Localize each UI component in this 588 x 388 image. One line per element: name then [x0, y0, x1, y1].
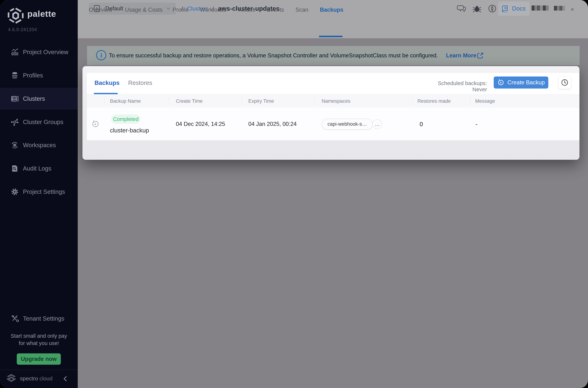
upgrade-now-button[interactable]: Upgrade now — [17, 353, 61, 365]
backups-card: Backups Restores Scheduled backups: Neve… — [83, 66, 579, 160]
column-divider — [242, 97, 242, 105]
create-backup-button[interactable]: Create Backup — [494, 76, 548, 89]
cluster-groups-icon — [11, 118, 19, 126]
column-header-expiry-time: Expiry Time — [248, 94, 274, 108]
sidebar-item-label: Cluster Groups — [23, 119, 63, 125]
more-namespaces-chip[interactable]: … — [372, 119, 382, 129]
sidebar-footer: spectro cloud — [0, 370, 78, 388]
brand-name: palette — [27, 9, 56, 19]
sidebar-item-label: Project Settings — [23, 188, 65, 195]
sidebar-item-clusters[interactable]: Clusters — [0, 88, 78, 110]
sidebar-item-profiles[interactable]: Profiles — [0, 65, 78, 86]
snapshot-info-banner: i To ensure successful backup and restor… — [87, 46, 580, 65]
user-menu-chevron-icon[interactable] — [571, 8, 574, 11]
chat-bubbles-icon — [457, 4, 466, 13]
explore-compass-button[interactable] — [486, 2, 499, 15]
app-window: Default / Clusters / aws-cluster-updates — [0, 0, 588, 388]
column-header-restores-made: Restores made — [417, 94, 451, 108]
workspaces-icon — [11, 141, 19, 149]
tab-nodes[interactable]: Nodes — [239, 7, 255, 13]
sidebar-item-workspaces[interactable]: Workspaces — [0, 134, 78, 156]
compass-icon — [488, 4, 497, 13]
feedback-chat-button[interactable] — [455, 2, 468, 15]
sidebar: palette 4.6.0-241204 Project Overview Pr… — [0, 0, 78, 388]
external-link-icon[interactable] — [476, 52, 484, 59]
tab-scan[interactable]: Scan — [295, 7, 308, 13]
sidebar-item-label: Profiles — [23, 72, 43, 79]
gear-icon — [11, 188, 19, 196]
sidebar-item-tenant-settings[interactable]: Tenant Settings — [0, 308, 78, 330]
column-divider — [104, 97, 105, 105]
wordmark-primary: spectro — [20, 375, 38, 381]
active-tab-underline — [319, 36, 343, 37]
clusters-icon — [11, 95, 19, 103]
create-time-value: 04 Dec 2024, 14:25 — [176, 121, 225, 127]
scheduled-backups-label: Scheduled backups: Never — [430, 80, 487, 93]
tab-workloads[interactable]: Workloads — [200, 7, 226, 13]
sidebar-item-cluster-groups[interactable]: Cluster Groups — [0, 111, 78, 133]
bug-icon — [472, 4, 481, 13]
sidebar-item-project-settings[interactable]: Project Settings — [0, 181, 78, 203]
expiry-time-value: 04 Jan 2025, 00:24 — [248, 121, 296, 127]
column-divider — [470, 97, 470, 105]
status-badge: Completed — [111, 114, 140, 124]
report-bug-button[interactable] — [471, 2, 483, 15]
spectro-cloud-wordmark: spectro cloud — [20, 375, 52, 382]
sidebar-item-audit-logs[interactable]: Audit Logs — [0, 158, 78, 179]
collapse-sidebar-chevron-icon[interactable] — [62, 375, 68, 383]
tab-overview[interactable]: Overview — [89, 7, 112, 13]
audit-logs-icon — [11, 164, 19, 173]
app-version: 4.6.0-241204 — [8, 27, 37, 32]
column-divider — [169, 97, 169, 105]
backup-restore-icon — [497, 79, 504, 86]
column-header-namespaces: Namespaces — [322, 94, 350, 108]
docs-label: Docs — [512, 5, 525, 12]
column-header-backup-name: Backup Name — [110, 94, 141, 108]
create-backup-label: Create Backup — [507, 79, 545, 86]
tab-usage-costs[interactable]: Usage & Costs — [125, 7, 162, 13]
clock-icon — [561, 79, 568, 86]
profiles-icon — [11, 71, 19, 80]
table-row[interactable]: Completed cluster-backup 04 Dec 2024, 14… — [87, 108, 579, 140]
restore-backup-icon[interactable] — [91, 120, 100, 128]
user-name-redacted — [532, 5, 548, 11]
backup-name: cluster-backup — [110, 127, 149, 134]
backups-table-header: Backup Name Create Time Expiry Time Name… — [87, 94, 579, 108]
docs-button[interactable]: Docs — [498, 1, 529, 16]
sidebar-item-label: Audit Logs — [23, 165, 51, 172]
wordmark-secondary: cloud — [40, 375, 53, 381]
namespace-chip[interactable]: capi-webhook-s… — [322, 119, 373, 130]
upgrade-promo-line2: for what you use! — [0, 340, 78, 346]
schedule-backup-button[interactable] — [558, 76, 571, 89]
tab-backups[interactable]: Backups — [320, 7, 343, 13]
top-bar: Default / Clusters / aws-cluster-updates — [78, 0, 588, 38]
column-divider — [412, 97, 413, 105]
sidebar-item-label: Tenant Settings — [23, 315, 65, 322]
book-icon — [502, 5, 509, 12]
learn-more-link[interactable]: Learn More — [446, 46, 476, 65]
chevron-down-icon — [165, 5, 172, 12]
project-overview-icon — [11, 48, 19, 56]
tab-profile[interactable]: Profile — [173, 7, 189, 13]
message-value: - — [475, 121, 477, 128]
banner-text: To ensure successful backup and restore … — [109, 46, 438, 65]
panel-tab-restores[interactable]: Restores — [128, 79, 152, 86]
sidebar-item-label: Clusters — [23, 95, 45, 102]
sidebar-item-project-overview[interactable]: Project Overview — [0, 41, 78, 63]
user-name-redacted — [554, 6, 565, 11]
breadcrumb: / Clusters / aws-cluster-updates — [181, 0, 280, 17]
panel-tab-backups[interactable]: Backups — [94, 79, 120, 86]
column-header-message: Message — [475, 94, 495, 108]
tab-events[interactable]: Events — [267, 7, 284, 13]
column-header-create-time: Create Time — [176, 94, 203, 108]
backups-panel: Backups Restores Scheduled backups: Neve… — [87, 73, 579, 140]
tools-icon — [11, 315, 19, 323]
restores-made-value: 0 — [420, 121, 423, 128]
palette-logo-icon — [7, 7, 24, 24]
info-icon: i — [96, 50, 106, 60]
sidebar-item-label: Project Overview — [23, 49, 68, 56]
upgrade-promo-line1: Start small and only pay — [0, 333, 78, 339]
spectro-cloud-logo-icon — [5, 374, 17, 385]
sidebar-item-label: Workspaces — [23, 142, 56, 149]
